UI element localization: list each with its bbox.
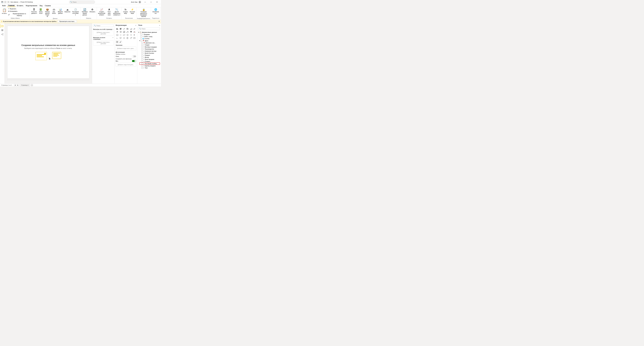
viz-smart-narrative[interactable] <box>133 37 136 39</box>
notification-close-button[interactable]: ✕ <box>158 20 160 22</box>
save-icon[interactable]: 💾 <box>1 1 3 3</box>
viz-format-tab[interactable]: 🖌 <box>119 40 122 43</box>
undo-icon[interactable]: ↩ <box>4 1 6 3</box>
viz-card[interactable]: 123 <box>116 33 119 36</box>
menu-file[interactable]: Файл <box>1 4 7 7</box>
maximize-button[interactable]: □ <box>148 0 154 4</box>
page-tab-1[interactable]: Страница 1 <box>20 84 30 86</box>
get-data-button[interactable]: 🗄 Получитьданные ▾ <box>30 8 38 15</box>
excel-button[interactable]: 📗 КнигаExcel <box>38 8 44 15</box>
viz-line-chart[interactable] <box>122 27 126 30</box>
viz-ai-insights[interactable] <box>122 37 126 39</box>
viz-r-script[interactable]: R <box>133 33 136 36</box>
close-button[interactable]: ✕ <box>154 0 160 4</box>
field-item-segment[interactable]: ≡ Сегмент <box>139 60 160 62</box>
page-next-button[interactable]: ▶ <box>17 84 19 86</box>
menu-help[interactable]: Справка <box>44 4 52 7</box>
datasets-button[interactable]: 📦 НаборыданныхPower BI <box>44 8 50 18</box>
cut-button[interactable]: ✂ Вырезать <box>8 8 29 10</box>
field-item-month-number[interactable]: Σ Month Number <box>139 52 160 54</box>
viz-map[interactable] <box>122 33 126 36</box>
add-page-button[interactable]: + <box>30 84 33 86</box>
field-checkbox-profit[interactable] <box>142 56 143 58</box>
fields-panel-expand[interactable]: › <box>159 24 160 26</box>
field-checkbox-date[interactable] <box>140 40 142 41</box>
field-checkbox-month-number[interactable] <box>142 52 143 54</box>
field-item-manufacturing[interactable]: Σ Производство <box>139 48 160 50</box>
filters-search-input[interactable] <box>96 25 112 26</box>
field-checkbox-manufacturing[interactable] <box>142 48 143 50</box>
redo-icon[interactable]: ↪ <box>7 1 10 3</box>
field-checkbox-country[interactable] <box>140 38 142 39</box>
sidebar-item-model[interactable] <box>0 32 4 36</box>
sidebar-item-report[interactable] <box>0 24 4 28</box>
title-search-input[interactable] <box>72 1 92 3</box>
copy-button[interactable]: ⧉ Копировать <box>8 10 29 12</box>
field-checkbox-cost[interactable] <box>140 36 142 37</box>
title-search-box[interactable]: 🔍 <box>69 1 95 3</box>
viz-donut[interactable] <box>119 30 122 33</box>
menu-insert[interactable]: Вставить <box>16 4 24 7</box>
quick-measure-button[interactable]: ⚡ Быстраямера <box>129 8 136 15</box>
field-item-sales[interactable]: Σ Продажи <box>138 33 160 35</box>
viz-waterfall[interactable] <box>126 30 129 33</box>
viz-drill-toggle-on[interactable] <box>132 60 136 62</box>
field-item-year[interactable]: Σ Year <box>139 67 160 69</box>
field-item-sale-price[interactable]: Σ Цена продажи <box>139 58 160 60</box>
field-item-discounts[interactable]: Σ Скидки <box>139 44 160 46</box>
field-checkbox-test-col[interactable] <box>142 63 143 64</box>
field-item-date-range[interactable]: 📅 Диапазон ски... <box>139 42 160 44</box>
field-checkbox-segment[interactable] <box>142 61 143 62</box>
new-visual-button[interactable]: 📈 Создатьвизуальныйэлемент <box>97 8 106 16</box>
field-checkbox-product[interactable] <box>142 54 143 56</box>
fields-date-header[interactable]: ▾ 📅 Дата <box>139 40 160 42</box>
menu-home[interactable]: Главная <box>7 4 16 7</box>
new-measure-button[interactable]: fx Создатьмеру <box>122 8 129 15</box>
field-item-units-sold[interactable]: Σ Единиц продано <box>139 65 160 67</box>
field-checkbox-gross-sales[interactable] <box>142 46 143 48</box>
viz-treemap[interactable] <box>122 30 126 33</box>
menu-view[interactable]: Вид <box>38 4 44 7</box>
viz-pie[interactable] <box>116 30 119 33</box>
recent-sources-button[interactable]: 🕒 Последниеисточники ▾ <box>71 8 80 16</box>
viz-drill-toggle-off[interactable] <box>132 55 136 57</box>
field-item-month-name[interactable]: ≡ Название месяца <box>139 50 160 52</box>
sensitivity-button[interactable]: 🔒 Конфиденциальность(предварит.версия) <box>140 8 148 18</box>
viz-kpi[interactable]: KPI <box>119 33 122 36</box>
field-checkbox-date-range[interactable] <box>142 42 143 44</box>
page-filters-menu[interactable]: ··· <box>112 28 114 30</box>
field-item-product[interactable]: ≡ Продукт <box>139 54 160 56</box>
field-item-gross-sales[interactable]: Σ Валовые продажи <box>139 46 160 48</box>
viz-azure-map[interactable] <box>130 33 132 36</box>
fields-search-box[interactable]: 🔍 <box>138 27 160 30</box>
field-item-test-col[interactable]: ≡ Тестовый столбец <box>139 62 160 65</box>
viz-stacked-column[interactable] <box>126 27 129 30</box>
viz-bar-chart[interactable] <box>116 27 119 30</box>
viz-column-chart[interactable] <box>119 27 122 30</box>
fields-table-financial-header[interactable]: ▾ 📋 финансовые данные <box>138 31 160 33</box>
paste-button[interactable]: 📋 <box>1 8 8 13</box>
dataverse-button[interactable]: ☁ Dataverse <box>64 8 71 13</box>
viz-area-chart[interactable] <box>130 27 132 30</box>
filters-search-box[interactable]: 🔍 <box>93 24 114 27</box>
viz-decomposition[interactable] <box>130 37 132 39</box>
viz-gauge[interactable] <box>133 30 136 33</box>
viz-python[interactable]: Py <box>116 37 119 39</box>
viz-filled-map[interactable] <box>126 33 129 36</box>
viz-funnel[interactable] <box>130 30 132 33</box>
menu-modeling[interactable]: Моделирование <box>25 4 38 7</box>
field-checkbox-sales[interactable] <box>140 34 142 35</box>
minimize-button[interactable]: — <box>142 0 148 4</box>
viz-qna[interactable]: ? <box>119 37 122 39</box>
publish-button[interactable]: 🌐 Опубликовать <box>152 8 160 15</box>
enter-data-button[interactable]: 📊 Введитеданные <box>57 8 64 15</box>
field-checkbox-units-sold[interactable] <box>142 65 143 66</box>
fields-search-input[interactable] <box>142 28 159 29</box>
all-filters-menu[interactable]: ··· <box>112 37 114 40</box>
field-checkbox-sale-price[interactable] <box>142 58 143 60</box>
viz-build-tab[interactable]: ⊞ <box>116 40 118 43</box>
field-checkbox-discounts[interactable] <box>142 44 143 46</box>
field-item-country[interactable]: 🌐 Country <box>138 37 160 40</box>
sidebar-item-data[interactable] <box>0 28 4 32</box>
more-visuals-button[interactable]: 📉 Другиевизуальныеэлементы ▾ <box>112 8 121 16</box>
